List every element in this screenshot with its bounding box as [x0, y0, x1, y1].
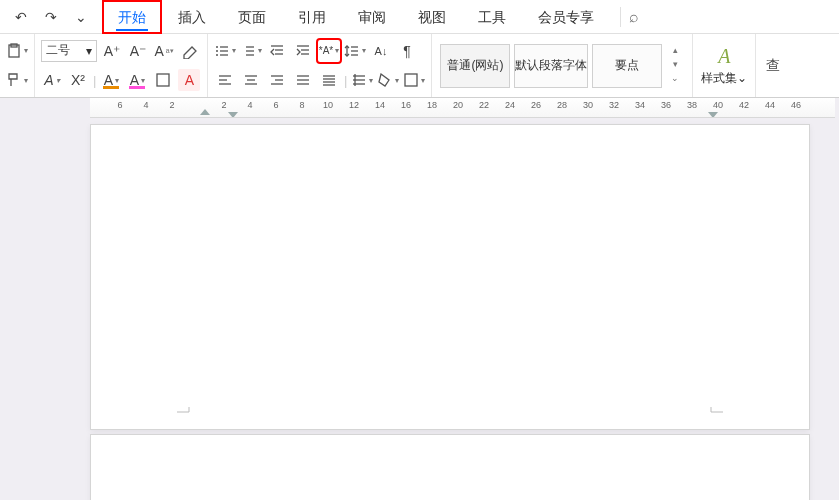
- align-center-button[interactable]: [240, 69, 262, 91]
- tab-开始[interactable]: 开始: [102, 0, 162, 34]
- ruler-tick: 6: [117, 100, 122, 110]
- ruler-tick: 22: [479, 100, 489, 110]
- find-button[interactable]: 查: [762, 55, 784, 77]
- paste-button[interactable]: ▾: [6, 40, 28, 62]
- ruler-tick: 34: [635, 100, 645, 110]
- align-left-button[interactable]: [214, 69, 236, 91]
- svg-rect-41: [405, 74, 417, 86]
- ruler-tick: 4: [247, 100, 252, 110]
- tab-插入[interactable]: 插入: [162, 0, 222, 34]
- ruler-tick: 38: [687, 100, 697, 110]
- borders-button[interactable]: ▾: [403, 69, 425, 91]
- ruler-tick: 6: [273, 100, 278, 110]
- align-justify-button[interactable]: [292, 69, 314, 91]
- ruler-tick: 16: [401, 100, 411, 110]
- font-group: 二号▾ A⁺ A⁻ Aa▾ A▾ X²| A▾ A▾ A: [35, 34, 208, 97]
- change-case-button[interactable]: Aa▾: [153, 40, 175, 62]
- horizontal-ruler[interactable]: 6422468101214161820222426283032343638404…: [90, 98, 835, 118]
- show-marks-button[interactable]: ¶: [396, 40, 418, 62]
- ruler-tick: 8: [299, 100, 304, 110]
- tab-会员专享[interactable]: 会员专享: [522, 0, 610, 34]
- ruler-tick: 36: [661, 100, 671, 110]
- history-dropdown[interactable]: ⌄: [70, 6, 92, 28]
- ruler-tick: 2: [169, 100, 174, 110]
- char-border-button[interactable]: A: [178, 69, 200, 91]
- style-默认段落字体[interactable]: 默认段落字体: [514, 44, 588, 88]
- ruler-tick: 46: [791, 100, 801, 110]
- svg-rect-2: [157, 74, 169, 86]
- page-1[interactable]: [90, 124, 810, 430]
- font-size-select[interactable]: 二号▾: [41, 40, 97, 62]
- tab-引用[interactable]: 引用: [282, 0, 342, 34]
- styles-gallery: 普通(网站)默认段落字体要点 ▴ ▾ ⌄: [432, 34, 693, 97]
- tab-stops-button[interactable]: ▾: [351, 69, 373, 91]
- ruler-tick: 20: [453, 100, 463, 110]
- styles-scroll-down[interactable]: ▾: [666, 59, 684, 73]
- numbering-button[interactable]: ▾: [240, 40, 262, 62]
- ruler-tick: 10: [323, 100, 333, 110]
- ruler-tick: 44: [765, 100, 775, 110]
- highlight-color-button[interactable]: A▾: [126, 69, 148, 91]
- paragraph-group: ▾ ▾ *A*▾ ▾ A↓ ¶ | ▾ ▾ ▾: [208, 34, 432, 97]
- style-set-icon: A: [718, 45, 730, 68]
- margin-marker-icon: [177, 405, 195, 423]
- ruler-tick: 24: [505, 100, 515, 110]
- text-effect-button[interactable]: A▾: [41, 69, 63, 91]
- shading-button[interactable]: ▾: [377, 69, 399, 91]
- text-direction-button[interactable]: *A*▾: [318, 40, 340, 62]
- line-spacing-button[interactable]: ▾: [344, 40, 366, 62]
- undo-button[interactable]: ↶: [10, 6, 32, 28]
- tab-审阅[interactable]: 审阅: [342, 0, 402, 34]
- tab-bar: ↶ ↷ ⌄ 开始插入页面引用审阅视图工具会员专享 ⌕: [0, 0, 839, 34]
- grow-font-button[interactable]: A⁺: [101, 40, 123, 62]
- tab-页面[interactable]: 页面: [222, 0, 282, 34]
- styles-scroll-up[interactable]: ▴: [666, 45, 684, 59]
- indent-marker[interactable]: [708, 112, 718, 118]
- ribbon: ▾ ▾ 二号▾ A⁺ A⁻ Aa▾ A▾ X²| A▾ A▾ A ▾ ▾ *A*…: [0, 34, 839, 98]
- redo-button[interactable]: ↷: [40, 6, 62, 28]
- format-painter-button[interactable]: ▾: [6, 69, 28, 91]
- distributed-button[interactable]: [318, 69, 340, 91]
- superscript-button[interactable]: X²: [67, 69, 89, 91]
- style-要点[interactable]: 要点: [592, 44, 662, 88]
- search-icon[interactable]: ⌕: [620, 7, 647, 27]
- decrease-indent-button[interactable]: [266, 40, 288, 62]
- ruler-tick: 4: [143, 100, 148, 110]
- align-right-button[interactable]: [266, 69, 288, 91]
- styles-expand[interactable]: ⌄: [666, 73, 684, 87]
- ruler-tick: 12: [349, 100, 359, 110]
- ruler-tick: 28: [557, 100, 567, 110]
- indent-marker[interactable]: [200, 109, 210, 115]
- indent-marker[interactable]: [228, 112, 238, 118]
- paste-group: ▾ ▾: [0, 34, 35, 97]
- clear-format-button[interactable]: [179, 40, 201, 62]
- ruler-tick: 18: [427, 100, 437, 110]
- shrink-font-button[interactable]: A⁻: [127, 40, 149, 62]
- ruler-tick: 40: [713, 100, 723, 110]
- svg-point-7: [216, 54, 218, 56]
- bullets-button[interactable]: ▾: [214, 40, 236, 62]
- tab-视图[interactable]: 视图: [402, 0, 462, 34]
- ruler-tick: 26: [531, 100, 541, 110]
- tab-工具[interactable]: 工具: [462, 0, 522, 34]
- ruler-tick: 14: [375, 100, 385, 110]
- svg-point-5: [216, 50, 218, 52]
- ruler-tick: 32: [609, 100, 619, 110]
- increase-indent-button[interactable]: [292, 40, 314, 62]
- ruler-tick: 42: [739, 100, 749, 110]
- svg-point-3: [216, 46, 218, 48]
- ruler-tick: 30: [583, 100, 593, 110]
- document-area: 6422468101214161820222426283032343638404…: [0, 98, 839, 500]
- ruler-tick: 2: [221, 100, 226, 110]
- char-shading-button[interactable]: [152, 69, 174, 91]
- font-color-button[interactable]: A▾: [100, 69, 122, 91]
- sort-button[interactable]: A↓: [370, 40, 392, 62]
- margin-marker-icon: [705, 405, 723, 423]
- style-普通(网站)[interactable]: 普通(网站): [440, 44, 510, 88]
- style-set-button[interactable]: A 样式集⌄: [699, 45, 749, 87]
- page-2[interactable]: [90, 434, 810, 500]
